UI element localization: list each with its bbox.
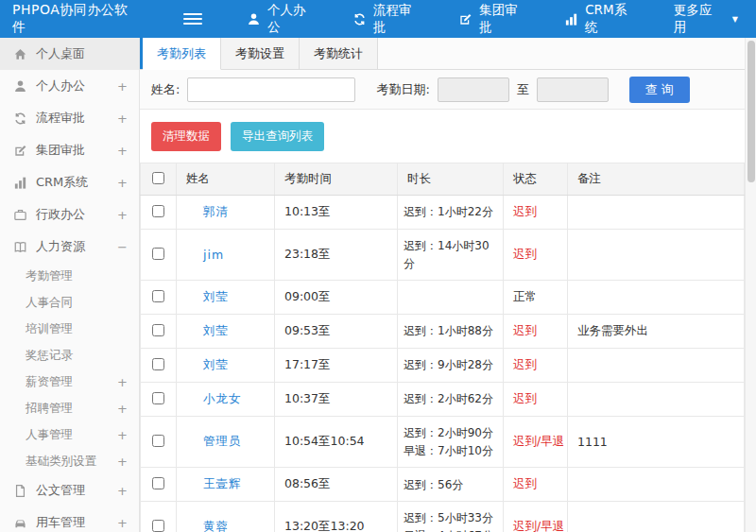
top-nav-item[interactable]: 集团审批 ▼ [440,0,546,38]
tab[interactable]: 考勤设置 [221,38,300,69]
search-button[interactable]: 查 询 [629,77,690,103]
row-checkbox[interactable] [152,358,164,370]
column-header: 时长 [398,163,504,196]
column-header: 状态 [504,163,568,196]
sidebar-item[interactable]: 薪资管理 + [0,369,139,395]
sidebar-item[interactable]: 人事管理 + [0,421,139,448]
action-bar: 清理数据 导出查询列表 [140,110,745,163]
remark-cell [568,230,745,281]
table-row: 管理员 10:54至10:54 迟到：2小时90分 早退：7小时10分 迟到/早… [141,417,745,468]
status-badge: 迟到/早退 [513,519,564,532]
duration-cell [398,281,504,315]
sidebar-item[interactable]: 基础类别设置 + [0,448,139,474]
sidebar-item[interactable]: 招聘管理 + [0,395,139,421]
top-nav-item[interactable]: CRM系统 ▼ [546,0,655,38]
expand-toggle-icon[interactable]: + [117,208,128,222]
duration-cell: 迟到：2小时62分 [398,383,504,417]
row-checkbox[interactable] [152,435,164,447]
expand-toggle-icon[interactable]: + [117,144,128,158]
attendance-time-cell: 13:20至13:20 [275,502,398,532]
sidebar-item[interactable]: 用车管理 + [0,506,139,532]
tab[interactable]: 考勤列表 [143,38,221,70]
sidebar-item[interactable]: 考勤管理 [0,263,139,289]
nav-label: 个人办公 [267,2,317,36]
top-nav-item[interactable]: 个人办公 ▼ [229,0,335,38]
employee-name-link[interactable]: jim [203,248,224,262]
sidebar-item[interactable]: 行政办公 + [0,198,139,231]
nav-icon [564,12,578,26]
sidebar-item[interactable]: 培训管理 [0,316,139,342]
employee-name-link[interactable]: 黄蓉 [203,519,229,532]
expand-toggle-icon[interactable]: + [117,375,128,389]
chevron-down-icon: ▼ [732,15,738,24]
row-checkbox[interactable] [152,392,164,404]
table-row: 黄蓉 13:20至13:20 迟到：5小时33分 早退：4小时67分 迟到/早退 [141,502,745,532]
row-checkbox[interactable] [152,520,164,532]
employee-name-link[interactable]: 刘莹 [203,323,229,337]
sidebar-item[interactable]: CRM系统 + [0,166,139,198]
status-badge: 迟到 [513,204,537,218]
top-nav-item[interactable]: 流程审批 ▼ [335,0,440,38]
sidebar-item-label: 培训管理 [26,321,128,337]
table-row: 郭清 10:13至 迟到：1小时22分 迟到 [141,196,745,230]
employee-name-link[interactable]: 刘莹 [203,357,229,371]
expand-toggle-icon[interactable]: + [117,112,128,126]
sidebar-item-label: 考勤管理 [26,268,128,284]
table-row: 王壹辉 08:56至 迟到：56分 迟到 [141,468,745,502]
sidebar-item[interactable]: 集团审批 + [0,134,139,166]
sidebar-item-icon [13,484,27,498]
duration-cell: 迟到：1小时88分 [398,315,504,349]
expand-toggle-icon[interactable]: + [117,484,128,498]
expand-toggle-icon[interactable]: + [117,428,128,442]
table-row: 刘莹 09:53至 迟到：1小时88分 迟到 业务需要外出 [141,315,745,349]
menu-icon[interactable] [183,10,202,27]
date-from-input[interactable] [438,77,509,102]
employee-name-link[interactable]: 王壹辉 [203,476,242,490]
sidebar-item[interactable]: 个人桌面 [0,38,139,70]
export-list-button[interactable]: 导出查询列表 [231,122,324,151]
remark-cell [568,349,745,383]
select-all-checkbox[interactable] [152,172,164,184]
name-filter-label: 姓名: [151,81,180,98]
tab[interactable]: 考勤统计 [300,38,378,69]
sidebar-item[interactable]: 人力资源 − [0,231,139,263]
vertical-scrollbar[interactable] [745,38,756,532]
column-header: 姓名 [177,163,275,196]
row-checkbox[interactable] [152,290,164,302]
employee-name-link[interactable]: 郭清 [203,204,229,218]
row-checkbox[interactable] [152,248,164,260]
sidebar-item[interactable]: 奖惩记录 [0,342,139,369]
sidebar-item[interactable]: 个人办公 + [0,70,139,102]
attendance-time-cell: 10:54至10:54 [275,417,398,468]
sidebar-item[interactable]: 人事合同 [0,289,139,316]
clean-data-button[interactable]: 清理数据 [151,122,221,151]
expand-toggle-icon[interactable]: + [117,455,128,469]
sidebar-item-label: 个人办公 [36,77,117,94]
sidebar-item-icon [13,516,27,530]
name-filter-input[interactable] [187,77,355,102]
expand-toggle-icon[interactable]: + [117,516,128,530]
employee-name-link[interactable]: 小龙女 [203,391,242,405]
employee-name-link[interactable]: 管理员 [203,434,242,448]
expand-toggle-icon[interactable]: − [117,240,128,254]
date-to-input[interactable] [537,77,609,102]
row-checkbox[interactable] [152,477,164,489]
expand-toggle-icon[interactable]: + [117,79,128,94]
remark-cell: 业务需要外出 [568,315,745,349]
sidebar-item-label: 基础类别设置 [26,454,117,470]
employee-name-link[interactable]: 刘莹 [203,289,229,303]
table-row: 刘莹 09:00至 正常 [141,281,745,315]
sidebar-item[interactable]: 公文管理 + [0,474,139,506]
sidebar-item-icon [13,208,27,222]
remark-cell [568,502,745,532]
expand-toggle-icon[interactable]: + [117,176,128,190]
top-nav-item[interactable]: 更多应用 ▼ [656,0,756,38]
expand-toggle-icon[interactable]: + [117,402,128,416]
row-checkbox[interactable] [152,324,164,336]
row-checkbox[interactable] [152,205,164,217]
sidebar-item-label: 人事合同 [26,295,128,311]
status-badge: 迟到 [513,247,537,261]
sidebar-item[interactable]: 流程审批 + [0,102,139,134]
scrollbar-thumb[interactable] [747,41,755,182]
sidebar-item-label: 流程审批 [36,110,117,127]
